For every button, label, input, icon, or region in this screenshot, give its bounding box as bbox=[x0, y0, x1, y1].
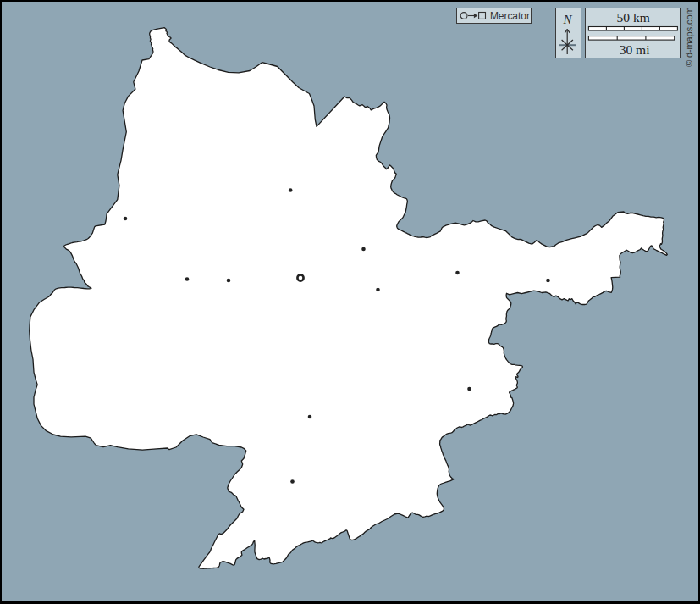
svg-text:Mercator: Mercator bbox=[490, 10, 530, 22]
svg-text:50 km: 50 km bbox=[617, 10, 650, 25]
svg-text:N: N bbox=[563, 13, 573, 26]
svg-text:30 mi: 30 mi bbox=[620, 42, 650, 57]
